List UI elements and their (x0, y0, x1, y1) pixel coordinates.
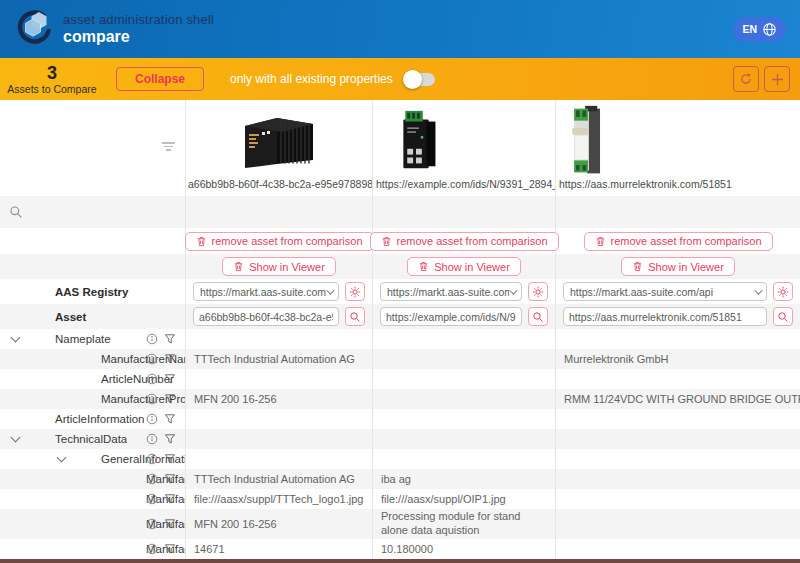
bottom-edge-strip (0, 559, 800, 563)
collapse-button[interactable]: Collapse (116, 67, 204, 91)
asset-column-3: https://aas.murrelektronik.com/51851 (556, 100, 800, 196)
magnifier-icon (532, 311, 544, 323)
filter-search-row (0, 196, 800, 228)
registry-select[interactable]: https://markt.aas-suite.com/api (563, 282, 767, 301)
property-row-articlenumber-2: ManufacturerArticleNu... 14671 10.180000 (0, 539, 800, 559)
refresh-icon (739, 72, 753, 86)
search-icon (9, 205, 23, 219)
property-row-technicaldata: TechnicalData (0, 429, 800, 449)
remove-buttons-row: remove asset from comparison remove asse… (0, 228, 800, 254)
asset-label: Asset (0, 304, 186, 329)
info-icon[interactable] (146, 543, 158, 555)
property-row-generalinformation: GeneralInformation (0, 449, 800, 469)
trash-icon (381, 236, 392, 247)
app-title: asset administration shell (63, 13, 214, 27)
plus-icon (771, 73, 784, 86)
trash-icon (632, 261, 643, 272)
asset-id-input[interactable] (380, 307, 522, 326)
app-titles: asset administration shell compare (63, 13, 214, 46)
trash-icon (233, 261, 244, 272)
info-icon[interactable] (146, 493, 158, 505)
chevron-down-icon (754, 286, 762, 294)
asset-id: a66bb9b8-b60f-4c38-bc2a-e95e978898f8 (186, 178, 372, 196)
chevron-down-icon (509, 286, 517, 294)
funnel-icon[interactable] (164, 353, 176, 365)
funnel-icon[interactable] (164, 333, 176, 345)
funnel-icon[interactable] (164, 543, 176, 555)
aas-logo-icon (14, 8, 54, 50)
registry-settings-button[interactable] (528, 282, 548, 301)
viewer-buttons-row: Show in Viewer Show in Viewer Show in Vi… (0, 254, 800, 279)
funnel-icon[interactable] (164, 518, 176, 530)
funnel-icon[interactable] (164, 373, 176, 385)
app-header: asset administration shell compare EN (0, 0, 800, 58)
info-icon[interactable] (146, 353, 158, 365)
asset-search-button[interactable] (528, 307, 548, 326)
asset-images-row: a66bb9b8-b60f-4c38-bc2a-e95e978898f8 htt… (0, 100, 800, 196)
funnel-icon[interactable] (164, 493, 176, 505)
gear-icon (777, 286, 789, 298)
language-button[interactable]: EN (733, 17, 786, 42)
property-label: ArticleInformation (0, 413, 144, 425)
asset-id: https://aas.murrelektronik.com/51851 (556, 178, 800, 196)
aas-registry-label: AAS Registry (0, 279, 186, 304)
refresh-button[interactable] (733, 66, 759, 92)
info-icon[interactable] (146, 393, 158, 405)
product-image-3 (556, 100, 800, 178)
info-icon[interactable] (146, 453, 158, 465)
aas-registry-row: AAS Registry https://markt.aas-suite.com… (0, 279, 800, 304)
property-row-articlenumber: ArticleNumber (0, 369, 800, 389)
assets-count: 3 (0, 64, 104, 82)
gear-icon (532, 286, 544, 298)
globe-icon (762, 22, 777, 37)
property-row-nameplate: Nameplate (0, 329, 800, 349)
show-in-viewer-button[interactable]: Show in Viewer (621, 257, 735, 276)
info-icon[interactable] (146, 518, 158, 530)
filter-lines-icon[interactable] (162, 142, 175, 151)
registry-settings-button[interactable] (773, 282, 793, 301)
property-row-manufacturername-2: ManufacturerName TTTech Industrial Autom… (0, 469, 800, 489)
property-row-articleinformation: ArticleInformation (0, 409, 800, 429)
trash-icon (418, 261, 429, 272)
assets-count-block: 3 Assets to Compare (0, 64, 104, 95)
asset-id-input[interactable] (193, 307, 339, 326)
add-asset-button[interactable] (764, 66, 790, 92)
magnifier-icon (349, 311, 361, 323)
toolbar: 3 Assets to Compare Collapse only with a… (0, 58, 800, 100)
registry-select[interactable]: https://markt.aas-suite.com/api (380, 282, 522, 301)
info-icon[interactable] (146, 373, 158, 385)
funnel-icon[interactable] (164, 413, 176, 425)
assets-count-label: Assets to Compare (0, 84, 104, 95)
asset-column-2: https://example.com/ids/N/9391_2894_2750… (373, 100, 556, 196)
asset-id-input[interactable] (563, 307, 767, 326)
asset-search-button[interactable] (773, 307, 793, 326)
show-in-viewer-button[interactable]: Show in Viewer (222, 257, 336, 276)
info-icon[interactable] (146, 433, 158, 445)
info-icon[interactable] (146, 413, 158, 425)
asset-search-button[interactable] (345, 307, 365, 326)
info-icon[interactable] (146, 473, 158, 485)
property-row-manufacturerlogo: ManufacturerLogo file:///aasx/suppl/TTTe… (0, 489, 800, 509)
asset-column-1: a66bb9b8-b60f-4c38-bc2a-e95e978898f8 (186, 100, 373, 196)
toolbar-actions (733, 66, 790, 92)
app-window: asset administration shell compare EN 3 … (0, 0, 800, 563)
magnifier-icon (777, 311, 789, 323)
comparison-table: a66bb9b8-b60f-4c38-bc2a-e95e978898f8 htt… (0, 100, 800, 559)
trash-icon (595, 236, 606, 247)
remove-asset-button[interactable]: remove asset from comparison (370, 232, 559, 251)
asset-row: Asset (0, 304, 800, 329)
funnel-icon[interactable] (164, 453, 176, 465)
app-subtitle: compare (63, 28, 214, 46)
funnel-icon[interactable] (164, 433, 176, 445)
remove-asset-button[interactable]: remove asset from comparison (584, 232, 773, 251)
images-row-label-cell (0, 100, 186, 196)
show-in-viewer-button[interactable]: Show in Viewer (407, 257, 521, 276)
remove-asset-button[interactable]: remove asset from comparison (185, 232, 374, 251)
registry-select[interactable]: https://markt.aas-suite.com/api (193, 282, 339, 301)
existing-properties-toggle[interactable] (405, 73, 435, 86)
funnel-icon[interactable] (164, 473, 176, 485)
registry-settings-button[interactable] (345, 282, 365, 301)
info-icon[interactable] (146, 333, 158, 345)
funnel-icon[interactable] (164, 393, 176, 405)
search-field[interactable] (0, 196, 186, 228)
